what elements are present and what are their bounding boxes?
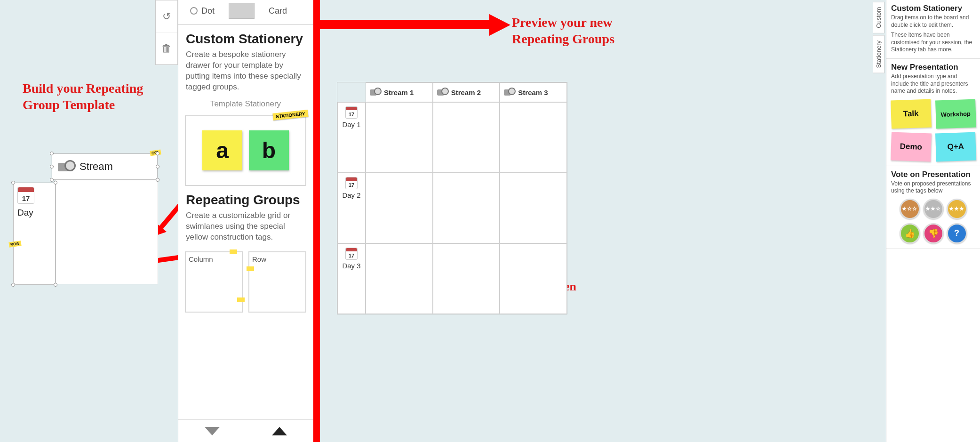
repeating-groups-section: Repeating Groups Create a customizable g… (178, 186, 313, 247)
grid-row-header: 17 Day 2 (337, 173, 366, 243)
resize-handle[interactable] (156, 165, 159, 169)
annotation-right: Preview your new Repeating Groups (512, 14, 629, 47)
star-icon: ★★☆ (925, 206, 941, 212)
rail-sec2-desc: Add presentation type and include the ti… (891, 73, 975, 95)
note-qa[interactable]: Q+A (935, 132, 976, 161)
canvas-toolbar: ↺ 🗑 (155, 0, 178, 65)
repeating-groups-desc: Create a customizable grid or swimlanes … (186, 210, 305, 243)
custom-stationery-title: Custom Stationery (186, 32, 305, 47)
undo-button[interactable]: ↺ (156, 0, 177, 32)
projector-icon (437, 88, 448, 97)
option-dot[interactable]: Dot (190, 6, 215, 16)
row-box-label: Row (252, 255, 266, 263)
resize-handle[interactable] (50, 178, 54, 182)
shape-option-row: Dot Card (178, 0, 313, 25)
repeating-groups-title: Repeating Groups (186, 193, 305, 208)
grid-cell[interactable] (366, 102, 433, 173)
column-tag-icon (230, 249, 237, 254)
template-column-label: Stream (80, 161, 113, 173)
chevron-down-icon[interactable] (205, 427, 220, 435)
repeating-groups-boxes: Column Row (185, 251, 306, 313)
grid-cell[interactable] (433, 102, 500, 173)
resize-handle[interactable] (11, 181, 15, 185)
vote-row-thumbs: 👍 👎 ? (891, 223, 975, 244)
option-card-swatch[interactable] (229, 3, 255, 19)
template-frame[interactable] (56, 180, 158, 284)
grid-col-label: Stream 3 (518, 88, 548, 96)
resize-handle[interactable] (156, 152, 159, 155)
grid-col-label: Stream 1 (384, 88, 414, 96)
column-box[interactable]: Column (185, 251, 243, 313)
option-dot-label: Dot (201, 6, 215, 16)
radio-icon (190, 7, 198, 15)
rail-vote: Vote on Presentation Vote on proposed pr… (886, 166, 980, 249)
resize-handle[interactable] (156, 178, 159, 182)
rail-new-presentation: New Presentation Add presentation type a… (886, 59, 980, 166)
preview-grid: Stream 1 Stream 2 Stream 3 17 Day 1 17 D… (337, 82, 567, 314)
grid-cell[interactable] (366, 243, 433, 314)
row-tag-icon (247, 266, 254, 271)
grid-col-label: Stream 2 (451, 88, 481, 96)
vote-thumbs-up[interactable]: 👍 (900, 223, 920, 244)
delete-button[interactable]: 🗑 (156, 32, 177, 64)
grid-cell[interactable] (500, 243, 567, 314)
option-card-label: Card (269, 6, 287, 16)
template-stationery-box[interactable]: STATIONERY a b (185, 115, 306, 186)
right-sidebar: Custom Stationery Custom Stationery Drag… (886, 0, 980, 442)
vote-2-star[interactable]: ★★☆ (923, 199, 944, 219)
note-talk[interactable]: Talk (891, 99, 932, 129)
template-column-card[interactable]: COL Stream (52, 153, 158, 180)
rail-sec1-p2: These items have been customised for you… (891, 32, 975, 54)
vote-1-star[interactable]: ★☆☆ (900, 199, 920, 219)
custom-stationery-section: Custom Stationery Create a bespoke stati… (178, 25, 313, 115)
presentation-notes: Talk Workshop Demo Q+A (891, 100, 975, 161)
vote-3-star[interactable]: ★★★ (947, 199, 967, 219)
chevron-up-icon[interactable] (272, 427, 287, 435)
note-demo[interactable]: Demo (891, 132, 932, 161)
grid-row-header: 17 Day 3 (337, 243, 366, 314)
sticky-note-b[interactable]: b (249, 130, 289, 170)
calendar-icon: 17 (17, 187, 34, 204)
row-tag: ROW (8, 241, 21, 247)
column-tag-icon (237, 297, 245, 302)
grid-cell[interactable] (500, 102, 567, 173)
grid-corner (337, 82, 366, 102)
vote-row-stars: ★☆☆ ★★☆ ★★★ (891, 199, 975, 219)
tab-custom[interactable]: Custom (873, 2, 884, 33)
sticky-note-a[interactable]: a (202, 130, 242, 170)
grid-row-label: Day 3 (342, 262, 360, 270)
rail-sec1-title: Custom Stationery (891, 4, 975, 13)
template-row-card[interactable]: ROW 17 Day (13, 183, 56, 285)
calendar-icon: 17 (345, 248, 358, 260)
panel-nav (178, 419, 313, 442)
star-icon: ★★★ (949, 206, 964, 212)
rail-sec1-p1: Drag items on to the board and double cl… (891, 14, 975, 29)
resize-handle[interactable] (54, 283, 57, 287)
resize-handle[interactable] (50, 165, 54, 169)
calendar-icon: 17 (345, 177, 358, 189)
template-stationery-label: Template Stationery (186, 99, 305, 109)
projector-icon (504, 88, 515, 97)
annotation-arrow-right (320, 14, 511, 35)
grid-cell[interactable] (433, 243, 500, 314)
row-box[interactable]: Row (248, 251, 306, 313)
annotation-left: Build your Repeating Group Template (23, 80, 145, 113)
grid-col-header: Stream 1 (366, 82, 433, 102)
grid-cell[interactable] (366, 173, 433, 243)
resize-handle[interactable] (54, 181, 57, 185)
vote-question[interactable]: ? (947, 223, 967, 244)
editor-panel: Dot Card Custom Stationery Create a besp… (178, 0, 313, 442)
projector-icon (370, 88, 381, 97)
tab-stationery[interactable]: Stationery (873, 35, 884, 73)
vote-thumbs-down[interactable]: 👎 (923, 223, 944, 244)
resize-handle[interactable] (11, 283, 15, 287)
annotation-divider (313, 0, 320, 442)
template-row-label: Day (17, 208, 51, 218)
grid-cell[interactable] (500, 173, 567, 243)
projector-icon (58, 160, 75, 173)
grid-cell[interactable] (433, 173, 500, 243)
grid-col-header: Stream 2 (433, 82, 500, 102)
resize-handle[interactable] (50, 152, 54, 155)
note-workshop[interactable]: Workshop (935, 99, 976, 129)
rail-sec2-title: New Presentation (891, 63, 975, 72)
